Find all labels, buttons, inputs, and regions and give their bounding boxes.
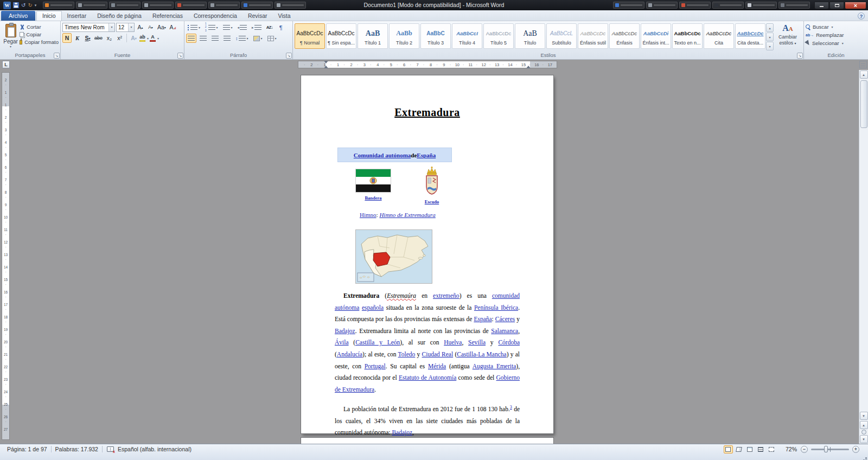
style-énfasis[interactable]: AaBbCcDcÉnfasis (609, 23, 640, 49)
tab-correspondencia[interactable]: Correspondencia (188, 11, 242, 21)
taskbar-tab[interactable] (175, 2, 207, 9)
numbering-button[interactable]: 1 2 3▾ (203, 23, 220, 32)
resize-grip[interactable] (865, 457, 867, 459)
save-button[interactable] (13, 2, 19, 8)
location-map-image[interactable] (355, 229, 432, 284)
taskbar-tab[interactable] (613, 2, 644, 9)
taskbar-tab[interactable] (745, 2, 777, 9)
style-énfasis-int-[interactable]: AaBbCcDiÉnfasis int... (641, 23, 671, 49)
word-app-icon[interactable]: W (3, 2, 11, 9)
hyperlink[interactable]: Estatuto de Autonomía (399, 374, 456, 381)
taskbar-tab[interactable] (109, 2, 141, 9)
font-dialog-launcher-icon[interactable]: ↘ (177, 53, 183, 59)
hyperlink[interactable]: española (362, 304, 384, 311)
redo-button[interactable]: ↻ (28, 2, 32, 9)
taskbar-tab[interactable] (241, 2, 273, 9)
minimize-button[interactable] (814, 2, 829, 9)
close-button[interactable]: × (845, 2, 866, 9)
hyperlink[interactable]: Augusta Emerita (473, 363, 516, 369)
style-título[interactable]: AaBTítulo (515, 23, 545, 49)
select-browse-object-button[interactable] (861, 430, 866, 435)
maximize-button[interactable] (829, 2, 844, 9)
decrease-indent-button[interactable]: ◂ (236, 23, 249, 32)
tab-revisar[interactable]: Revisar (242, 11, 273, 21)
horizontal-ruler[interactable]: 211234567891011121314151617 (298, 61, 557, 68)
flag-image[interactable] (355, 169, 391, 193)
flag-caption[interactable]: Bandera (355, 195, 391, 201)
right-indent-marker[interactable] (526, 66, 531, 68)
print-layout-view-button[interactable] (724, 445, 733, 453)
hyperlink[interactable]: España (474, 316, 492, 322)
gallery-scroll-up-icon[interactable]: ▴ (766, 23, 774, 32)
hyperlink[interactable]: España (417, 152, 436, 158)
highlight-color-button[interactable]: ab (139, 33, 145, 43)
clear-formatting-button[interactable]: A◢ (168, 22, 177, 32)
style--normal[interactable]: AaBbCcDc¶ Normal (295, 23, 325, 49)
styles-dialog-launcher-icon[interactable]: ↘ (797, 53, 803, 59)
seleccionar-button[interactable]: Seleccionar▾ (806, 40, 866, 46)
hyperlink[interactable]: Castilla-La Mancha (457, 351, 506, 357)
fullscreen-reading-view-button[interactable] (735, 445, 744, 453)
hyperlink[interactable]: Península Ibérica (474, 304, 518, 311)
hanging-indent-marker[interactable] (324, 66, 328, 68)
subscript-button[interactable]: x₂ (105, 33, 114, 43)
tab-referencias[interactable]: Referencias (147, 11, 188, 21)
undo-button[interactable]: ↺ (21, 2, 25, 9)
change-case-button[interactable]: Aa▾ (156, 22, 167, 32)
font-color-button[interactable]: A (150, 33, 156, 43)
underline-button[interactable]: S▾ (83, 33, 92, 43)
style-título-1[interactable]: AaBTítulo 1 (358, 23, 388, 49)
change-styles-button[interactable]: AA Cambiar estilos ▾ (774, 22, 802, 52)
align-right-button[interactable] (210, 34, 220, 43)
reemplazar-button[interactable]: ab→Reemplazar (806, 32, 866, 38)
style--sin-espa-[interactable]: AaBbCcDc¶ Sin espa... (326, 23, 356, 49)
next-page-button[interactable]: ▼ (860, 435, 868, 443)
style-título-3[interactable]: AaBbCTítulo 3 (420, 23, 451, 49)
hyperlink[interactable]: Portugal (365, 363, 386, 369)
vertical-ruler[interactable]: 2112345678910111213141516171819202122232… (2, 72, 10, 440)
buscar-button[interactable]: Buscar▾ (806, 24, 866, 30)
show-marks-button[interactable]: ¶ (276, 23, 286, 32)
style-título-5[interactable]: AaBbCcDcTítulo 5 (483, 23, 514, 49)
hyperlink[interactable]: Córdoba (498, 339, 520, 346)
hyperlink[interactable]: Comunidad autónoma (354, 152, 411, 158)
text-effects-button[interactable]: A▾ (129, 33, 138, 43)
scrollbar-thumb[interactable] (860, 80, 867, 128)
hyperlink[interactable]: Badajoz (392, 429, 412, 436)
hyperlink[interactable]: Himno (360, 212, 376, 218)
copy-button[interactable]: Copiar (20, 31, 59, 37)
ruler-toggle-button[interactable] (859, 61, 867, 68)
increase-indent-button[interactable]: ▸ (250, 23, 263, 32)
font-family-combobox[interactable]: Times New Rom ▾ (62, 23, 115, 32)
vertical-scrollbar[interactable]: ▲ ▼ ▲ ▼ (859, 70, 868, 444)
hyperlink[interactable]: Huelva (444, 339, 462, 346)
style-subtítulo[interactable]: AaBbCcLSubtítulo (546, 23, 577, 49)
italic-button[interactable]: K (73, 33, 82, 43)
taskbar-tab[interactable] (778, 2, 810, 9)
hyperlink[interactable]: Himno de Extremadura (379, 212, 435, 218)
style-cita-desta-[interactable]: AaBbCcDcCita desta... (735, 23, 765, 49)
hyperlink[interactable]: Badajoz (335, 328, 355, 334)
gallery-expand-icon[interactable]: ▾ (766, 42, 774, 50)
qat-dropdown-icon[interactable]: ▾ (35, 2, 37, 9)
draft-view-button[interactable] (767, 445, 776, 453)
format-painter-button[interactable]: Copiar formato (20, 39, 59, 45)
document-page[interactable]: Extremadura Comunidad autónoma de España… (301, 75, 553, 433)
tab-stop-selector[interactable]: L (2, 61, 10, 68)
shrink-font-button[interactable]: A▾ (146, 22, 155, 32)
gallery-scroll-down-icon[interactable]: ▾ (766, 33, 774, 41)
superscript-button[interactable]: x² (115, 33, 124, 43)
hyperlink[interactable]: Ciudad Real (422, 351, 454, 357)
first-line-indent-marker[interactable] (324, 61, 328, 63)
hyperlink[interactable]: Salamanca (491, 328, 518, 334)
line-spacing-button[interactable]: ↕▾ (234, 34, 250, 43)
taskbar-tab[interactable] (76, 2, 107, 9)
outline-view-button[interactable] (756, 445, 765, 453)
page-indicator[interactable]: Página: 1 de 97 (3, 446, 51, 452)
bold-button[interactable]: N (62, 33, 72, 43)
style-texto-en-n-[interactable]: AaBbCcDcTexto en n... (672, 23, 703, 49)
scroll-down-icon[interactable]: ▼ (860, 412, 868, 420)
hyperlink[interactable]: Toledo (398, 351, 416, 357)
font-size-dropdown-icon[interactable]: ▾ (128, 23, 134, 31)
strikethrough-button[interactable]: abe (93, 33, 104, 43)
